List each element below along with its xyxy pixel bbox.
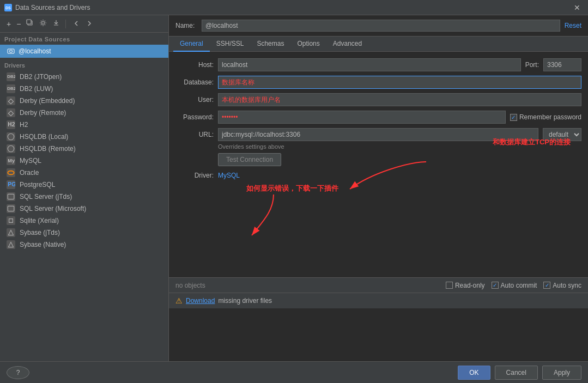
driver-item-h2[interactable]: H2 H2 [0, 119, 168, 131]
driver-icon [7, 240, 15, 249]
tab-options[interactable]: Options [290, 37, 326, 52]
port-input[interactable] [543, 58, 581, 71]
datasource-icon [7, 47, 15, 56]
window-title: Data Sources and Drivers [15, 4, 90, 11]
driver-icon [7, 132, 15, 141]
driver-name: HSQLDB (Remote) [20, 145, 76, 153]
status-right: Read-only Auto commit Auto sync [446, 282, 581, 289]
svg-text:DB2: DB2 [7, 86, 15, 91]
readonly-checkbox[interactable] [446, 282, 453, 289]
driver-item-hsqldb--local-[interactable]: HSQLDB (Local) [0, 131, 168, 143]
password-row: Password: Remember password [175, 111, 581, 124]
driver-link[interactable]: MySQL [218, 172, 240, 179]
database-input[interactable] [218, 76, 581, 89]
autosync-checkbox[interactable] [543, 282, 550, 289]
download-text: missing driver files [218, 297, 272, 305]
driver-name: DB2 (LUW) [20, 85, 53, 93]
toolbar-nav [71, 19, 94, 29]
datasource-item-localhost[interactable]: @localhost [0, 45, 168, 58]
cancel-button[interactable]: Cancel [495, 366, 538, 380]
host-row: Host: Port: [175, 58, 581, 71]
driver-name: Derby (Embedded) [20, 97, 75, 105]
tab-schemas[interactable]: Schemas [250, 37, 290, 52]
tcp-annotation-text: 和数据库建立TCP的连接 [493, 137, 571, 147]
svg-rect-5 [8, 49, 14, 53]
name-row: Name: Reset [169, 15, 588, 37]
driver-item-db2--luw-[interactable]: DB2 DB2 (LUW) [0, 83, 168, 95]
driver-name: Sqlite (Xerial) [20, 217, 59, 224]
autosync-label: Auto sync [553, 282, 581, 289]
driver-item-mysql[interactable]: My MySQL [0, 155, 168, 167]
download-link[interactable]: Download [186, 297, 215, 305]
svg-point-13 [8, 171, 14, 175]
warning-icon: ⚠ [175, 296, 183, 305]
svg-rect-15 [8, 194, 14, 199]
driver-item-derby--remote-[interactable]: Derby (Remote) [0, 107, 168, 119]
toolbar: + − [0, 15, 168, 33]
driver-item-derby--embedded-[interactable]: Derby (Embedded) [0, 95, 168, 107]
ok-button[interactable]: OK [458, 366, 490, 380]
export-button[interactable] [50, 18, 62, 29]
project-datasources-header: Project Data Sources [0, 33, 168, 45]
tab-sshssl[interactable]: SSH/SSL [210, 37, 251, 52]
driver-item-sql-server--microsoft-[interactable]: SQL Server (Microsoft) [0, 203, 168, 215]
remove-button[interactable]: − [14, 19, 23, 29]
svg-rect-16 [8, 206, 14, 211]
readonly-label: Read-only [455, 282, 485, 289]
add-button[interactable]: + [4, 19, 13, 29]
user-label: User: [175, 96, 214, 104]
driver-icon: DB2 [7, 84, 15, 93]
reset-button[interactable]: Reset [565, 22, 581, 29]
password-input[interactable] [218, 111, 506, 124]
name-input[interactable] [202, 20, 560, 32]
driver-icon: PG [7, 180, 15, 189]
close-button[interactable]: ✕ [571, 2, 584, 13]
driver-item-sybase--native-[interactable]: Sybase (Native) [0, 239, 168, 251]
url-input[interactable] [218, 128, 538, 141]
driver-name: MySQL [20, 157, 41, 165]
tab-general[interactable]: General [173, 37, 210, 52]
name-label: Name: [175, 22, 197, 29]
driver-item-postgresql[interactable]: PG PostgreSQL [0, 179, 168, 191]
nav-forward-button[interactable] [83, 19, 94, 29]
driver-label: Driver: [175, 172, 214, 179]
status-text: no objects [175, 282, 205, 289]
driver-item-oracle[interactable]: Oracle [0, 167, 168, 179]
tcp-arrow-svg [328, 140, 448, 205]
driver-name: Oracle [20, 169, 39, 177]
copy-button[interactable] [24, 18, 36, 29]
autocommit-checkbox[interactable] [492, 282, 499, 289]
help-button[interactable]: ? [7, 366, 29, 379]
driver-item-sybase--jtds-[interactable]: Sybase (jTds) [0, 227, 168, 239]
test-connection-button[interactable]: Test Connection [218, 153, 281, 166]
settings-button[interactable] [37, 18, 49, 29]
form-area: Host: Port: Database: User: [169, 52, 588, 277]
content-area: Host: Port: Database: User: [169, 52, 588, 361]
driver-icon [7, 228, 15, 237]
driver-name: Sybase (jTds) [20, 229, 60, 236]
driver-icon [7, 144, 15, 153]
host-input[interactable] [218, 58, 521, 71]
user-input[interactable] [218, 93, 581, 106]
nav-back-button[interactable] [71, 19, 82, 29]
user-row: User: [175, 93, 581, 106]
password-label: Password: [175, 113, 214, 121]
host-label: Host: [175, 61, 214, 69]
driver-item-hsqldb--remote-[interactable]: HSQLDB (Remote) [0, 143, 168, 155]
remember-password-label: Remember password [519, 113, 581, 121]
driver-icon [7, 192, 15, 201]
driver-item-sqlite--xerial-[interactable]: Sqlite (Xerial) [0, 215, 168, 227]
tab-advanced[interactable]: Advanced [326, 37, 368, 52]
readonly-group: Read-only [446, 282, 485, 289]
driver-item-db2--jtopen-[interactable]: DB2 DB2 (JTOpen) [0, 71, 168, 83]
autocommit-label: Auto commit [501, 282, 537, 289]
driver-item-sql-server--jtds-[interactable]: SQL Server (jTds) [0, 191, 168, 203]
svg-point-4 [42, 22, 45, 25]
apply-button[interactable]: Apply [542, 366, 581, 380]
status-bar: no objects Read-only Auto commit Auto sy… [169, 277, 588, 293]
remember-password-checkbox[interactable] [510, 114, 517, 121]
autosync-group: Auto sync [543, 282, 581, 289]
driver-name: DB2 (JTOpen) [20, 73, 62, 81]
tabs-bar: General SSH/SSL Schemas Options Advanced [169, 37, 588, 52]
driver-icon [7, 108, 15, 117]
